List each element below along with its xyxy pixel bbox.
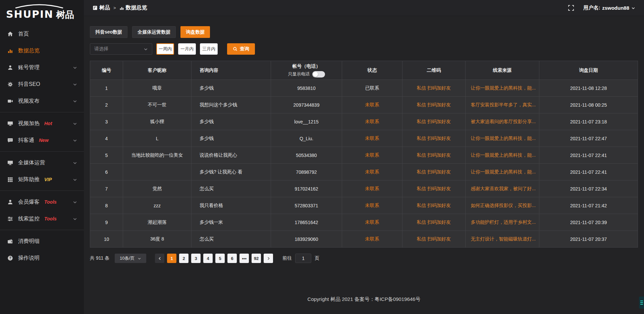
source-link[interactable]: 感谢大家喜欢我家，被问了好...	[471, 186, 536, 191]
scan-add-friend-link[interactable]: 扫码加好友	[427, 186, 451, 191]
cell-source: 被大家追着问的客厅投影分享...	[465, 113, 539, 130]
cell-account: 572803371	[271, 197, 342, 214]
sidebar-item-screen[interactable]: 视频加热Hot	[0, 115, 84, 132]
floating-widget[interactable]	[639, 297, 644, 309]
phone-only-toggle[interactable]	[312, 71, 325, 77]
dm-link[interactable]: 私信	[417, 186, 426, 191]
range-button-2[interactable]: 三月内	[200, 43, 218, 55]
dm-link[interactable]: 私信	[417, 219, 426, 225]
dm-link[interactable]: 私信	[417, 85, 426, 91]
page-size-select[interactable]: 10条/页	[115, 254, 146, 263]
tab-1[interactable]: 全媒体运营数据	[132, 26, 176, 38]
sidebar-item-wallet[interactable]: 消费明细	[0, 233, 84, 250]
range-button-0[interactable]: 一周内	[156, 43, 174, 55]
source-link[interactable]: 让你一眼就爱上的黑科技，能...	[471, 85, 536, 91]
scan-add-friend-link[interactable]: 扫码加好友	[427, 152, 451, 158]
col-6: 线索来源	[465, 61, 539, 80]
dm-link[interactable]: 私信	[417, 236, 426, 242]
cell-qr: 私信 扫码加好友	[402, 197, 465, 214]
page-ellipsis-button[interactable]: •••	[239, 254, 249, 263]
col-1: 客户昵称	[123, 61, 191, 80]
source-link[interactable]: 客厅安装投影半年多了，真实...	[471, 102, 536, 107]
sidebar-item-bar-chart[interactable]: 数据总览	[0, 42, 84, 59]
person-icon	[7, 199, 13, 205]
pagination: 共 911 条 10条/页 123456•••92 前往 页	[90, 254, 638, 263]
cell-account: 70898792	[271, 164, 342, 180]
source-link[interactable]: 让你一眼就爱上的黑科技，能...	[471, 169, 536, 174]
breadcrumb: 树品 > 数据总览	[93, 4, 147, 11]
query-button[interactable]: 查询	[227, 43, 255, 55]
page-button-92[interactable]: 92	[252, 254, 261, 263]
next-page-button[interactable]	[264, 254, 273, 263]
range-button-1[interactable]: 一月内	[178, 43, 196, 55]
page-button-5[interactable]: 5	[215, 254, 225, 263]
dm-link[interactable]: 私信	[417, 136, 426, 141]
scan-add-friend-link[interactable]: 扫码加好友	[427, 85, 451, 91]
cell-source: 让你一眼就爱上的黑科技，能...	[465, 130, 539, 147]
page-button-2[interactable]: 2	[179, 254, 189, 263]
dm-link[interactable]: 私信	[417, 203, 426, 208]
sidebar-item-person[interactable]: 会员爆客Tools	[0, 194, 84, 210]
dm-link[interactable]: 私信	[417, 152, 426, 158]
sidebar-item-home[interactable]: 首页	[0, 25, 84, 42]
scan-add-friend-link[interactable]: 扫码加好友	[427, 102, 451, 107]
copyright-text: Copyright 树品 2021 备案号：粤ICP备09019646号	[308, 296, 421, 303]
chevron-down-icon	[73, 65, 77, 70]
cell-status: 未联系	[342, 97, 402, 113]
scan-add-friend-link[interactable]: 扫码加好友	[427, 236, 451, 242]
scan-add-friend-link[interactable]: 扫码加好友	[427, 169, 451, 174]
page-button-4[interactable]: 4	[203, 254, 213, 263]
prev-page-button[interactable]	[155, 254, 164, 263]
scan-add-friend-link[interactable]: 扫码加好友	[427, 203, 451, 208]
topbar: 树品 > 数据总览 用户名: zswodun88	[84, 0, 644, 16]
sidebar-item-gear[interactable]: 抖音SEO	[0, 76, 84, 93]
sidebar-item-monitor[interactable]: 全媒体运营	[0, 154, 84, 171]
chevron-down-icon	[73, 82, 77, 87]
user-menu[interactable]: 用户名: zswodun88	[583, 5, 635, 11]
dm-link[interactable]: 私信	[417, 169, 426, 174]
cell-qr: 私信 扫码加好友	[402, 113, 465, 130]
scan-add-friend-link[interactable]: 扫码加好友	[427, 219, 451, 225]
breadcrumb-current[interactable]: 数据总览	[119, 4, 147, 11]
cell-source: 让你一眼就爱上的黑科技，能...	[465, 80, 539, 97]
source-link[interactable]: 让你一眼就爱上的黑科技，能...	[471, 136, 536, 141]
sidebar-item-help[interactable]: ?操作说明	[0, 250, 84, 266]
sidebar-item-chat[interactable]: 抖客通New	[0, 132, 84, 149]
data-tabs: 抖音seo数据全媒体运营数据询盘数据	[90, 26, 638, 38]
cell-content: 我想问这个多少钱	[192, 97, 271, 113]
source-link[interactable]: 如何正确选择投影仪，买投影...	[471, 203, 536, 208]
sidebar-badge: Tools	[44, 216, 57, 221]
cell-source: 如何正确选择投影仪，买投影...	[465, 197, 539, 214]
tab-2[interactable]: 询盘数据	[180, 26, 210, 38]
dm-link[interactable]: 私信	[417, 102, 426, 107]
cell-content: 多少钱	[192, 130, 271, 147]
cell-account: 183929060	[271, 231, 342, 248]
logo-arc-icon	[14, 4, 64, 8]
page-button-3[interactable]: 3	[191, 254, 201, 263]
filter-select[interactable]: 请选择	[90, 43, 152, 55]
chevron-down-icon	[73, 217, 77, 221]
sidebar-item-label: 数据总览	[18, 47, 40, 54]
goto-page-input[interactable]	[295, 254, 311, 263]
fullscreen-icon[interactable]	[568, 5, 574, 11]
breadcrumb-root[interactable]: 树品	[93, 4, 110, 11]
brand-name-cn: 树品	[56, 9, 74, 21]
scan-add-friend-link[interactable]: 扫码加好友	[427, 136, 451, 141]
source-link[interactable]: 让你一眼就爱上的黑科技，能...	[471, 152, 536, 158]
source-link[interactable]: 被大家追着问的客厅投影分享...	[471, 119, 536, 124]
cell-date: 2021-11-07 22:41	[539, 147, 638, 164]
sidebar-item-grid[interactable]: 矩阵助推VIP	[0, 171, 84, 188]
page-size-value: 10条/页	[120, 255, 135, 261]
sidebar-item-sliders[interactable]: 线索监控Tools	[0, 210, 84, 227]
sidebar-item-user[interactable]: 账号管理	[0, 59, 84, 76]
dm-link[interactable]: 私信	[417, 119, 426, 124]
sidebar-item-video[interactable]: 视频发布	[0, 93, 84, 109]
page-button-6[interactable]: 6	[227, 254, 237, 263]
scan-add-friend-link[interactable]: 扫码加好友	[427, 119, 451, 124]
page-button-1[interactable]: 1	[167, 254, 176, 263]
source-link[interactable]: 多功能护栏灯，适用于乡村文...	[471, 219, 536, 225]
source-link[interactable]: 无主灯设计，智能磁吸轨道灯...	[471, 236, 536, 242]
tab-0[interactable]: 抖音seo数据	[90, 26, 127, 38]
sidebar: SHUPIN 树品 首页数据总览账号管理抖音SEO视频发布视频加热Hot抖客通N…	[0, 0, 84, 314]
footer: Copyright 树品 2021 备案号：粤ICP备09019646号	[84, 284, 644, 314]
